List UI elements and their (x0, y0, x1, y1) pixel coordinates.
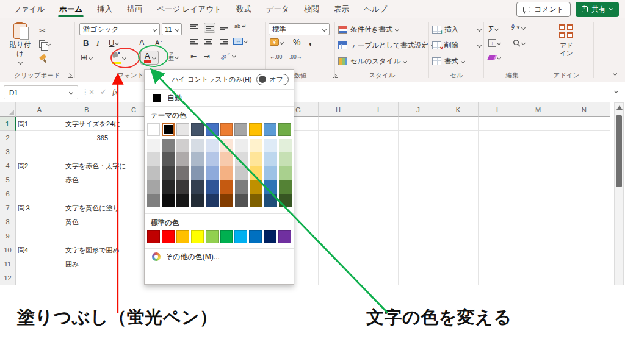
cell-N1[interactable] (558, 117, 610, 131)
variant-swatch-1-8[interactable] (264, 152, 277, 166)
cell-I4[interactable] (358, 159, 399, 173)
theme-color-swatch-7[interactable] (249, 123, 262, 136)
vertical-scrollbar[interactable] (614, 102, 624, 285)
cell-J8[interactable] (399, 215, 438, 229)
menu-tab-1[interactable]: ホーム (52, 0, 90, 18)
menu-tab-5[interactable]: 数式 (229, 0, 259, 18)
cell-L8[interactable] (479, 215, 518, 229)
theme-color-swatch-2[interactable] (176, 123, 189, 136)
autosum-button[interactable]: Σ (488, 24, 498, 34)
cell-A4[interactable]: 問2 (16, 159, 63, 173)
variant-swatch-4-4[interactable] (206, 194, 219, 207)
cell-B5[interactable]: 赤色 (63, 173, 110, 187)
variant-swatch-1-0[interactable] (147, 152, 160, 166)
cell-N2[interactable] (558, 131, 610, 145)
bold-button[interactable]: B (83, 38, 89, 48)
row-header-6[interactable]: 6 (0, 187, 16, 201)
cell-K4[interactable] (438, 159, 479, 173)
theme-color-swatch-0[interactable] (147, 123, 160, 136)
cell-N6[interactable] (558, 187, 610, 201)
cell-I7[interactable] (358, 201, 399, 215)
cell-I9[interactable] (358, 229, 399, 243)
variant-swatch-1-9[interactable] (279, 152, 292, 166)
variant-swatch-2-7[interactable] (250, 166, 262, 180)
row-header-4[interactable]: 4 (0, 159, 16, 173)
cell-M11[interactable] (518, 257, 558, 271)
variant-swatch-0-5[interactable] (220, 139, 233, 152)
menu-tab-8[interactable]: 表示 (327, 0, 356, 18)
variant-swatch-4-1[interactable] (162, 194, 175, 207)
borders-button[interactable]: ⊞ (81, 53, 92, 62)
cell-K9[interactable] (438, 229, 479, 243)
variant-swatch-3-5[interactable] (220, 180, 233, 193)
font-size-select[interactable]: 11 (162, 23, 182, 35)
cell-M6[interactable] (518, 187, 558, 201)
cell-N10[interactable] (558, 243, 610, 257)
percent-style-button[interactable]: % (293, 37, 300, 47)
cell-A3[interactable] (16, 145, 63, 159)
orientation-button[interactable]: ab→ (220, 52, 236, 59)
cell-L7[interactable] (479, 201, 518, 215)
cell-A12[interactable] (16, 271, 63, 285)
align-right-button[interactable] (220, 38, 228, 45)
variant-swatch-3-7[interactable] (250, 180, 262, 193)
cell-M1[interactable] (518, 117, 558, 131)
cancel-entry-button[interactable]: × (89, 87, 94, 97)
menu-tab-3[interactable]: 描画 (120, 0, 150, 18)
cell-J12[interactable] (399, 271, 438, 285)
row-header-3[interactable]: 3 (0, 145, 16, 159)
variant-swatch-3-9[interactable] (279, 180, 292, 193)
cell-H10[interactable] (319, 243, 358, 257)
cell-K10[interactable] (438, 243, 479, 257)
cell-N7[interactable] (558, 201, 610, 215)
variant-swatch-4-3[interactable] (191, 194, 204, 207)
cell-N12[interactable] (558, 271, 610, 285)
cell-M2[interactable] (518, 131, 558, 145)
standard-color-swatch-0[interactable] (147, 230, 160, 243)
row-header-11[interactable]: 11 (0, 257, 16, 271)
cell-B11[interactable]: 囲み (63, 257, 110, 271)
increase-indent-button[interactable]: ⇥ (204, 52, 210, 60)
cell-H4[interactable] (319, 159, 358, 173)
cell-M5[interactable] (518, 173, 558, 187)
cell-K1[interactable] (438, 117, 479, 131)
cell-M7[interactable] (518, 201, 558, 215)
cell-H7[interactable] (319, 201, 358, 215)
cell-K5[interactable] (438, 173, 479, 187)
format-as-table-button[interactable]: テーブルとして書式設定 (338, 41, 435, 50)
increase-decimal-button[interactable]: ←.00 (270, 54, 282, 60)
row-header-12[interactable]: 12 (0, 271, 16, 285)
expand-formula-bar-icon[interactable] (614, 89, 618, 93)
variant-swatch-4-8[interactable] (264, 194, 277, 207)
cell-M9[interactable] (518, 229, 558, 243)
variant-swatch-0-0[interactable] (147, 139, 160, 152)
cell-K2[interactable] (438, 131, 479, 145)
find-select-button[interactable] (513, 39, 525, 47)
cell-K11[interactable] (438, 257, 479, 271)
standard-color-swatch-3[interactable] (191, 230, 204, 243)
cell-H2[interactable] (319, 131, 358, 145)
cell-J7[interactable] (399, 201, 438, 215)
row-header-5[interactable]: 5 (0, 173, 16, 187)
cell-I10[interactable] (358, 243, 399, 257)
variant-swatch-2-6[interactable] (235, 166, 248, 180)
cell-L11[interactable] (479, 257, 518, 271)
cell-K3[interactable] (438, 145, 479, 159)
row-header-10[interactable]: 10 (0, 243, 16, 257)
confirm-entry-button[interactable]: ✓ (100, 87, 107, 96)
cell-N9[interactable] (558, 229, 610, 243)
merge-center-button[interactable]: ↔ (233, 38, 247, 45)
select-all-corner[interactable] (0, 102, 16, 117)
format-painter-button[interactable] (39, 55, 47, 63)
variant-swatch-2-2[interactable] (176, 166, 189, 180)
phonetic-guide-button[interactable]: ア亜 (168, 52, 178, 62)
cell-A2[interactable] (16, 131, 63, 145)
variant-swatch-0-4[interactable] (206, 139, 219, 152)
cell-B9[interactable] (63, 229, 110, 243)
row-header-9[interactable]: 9 (0, 229, 16, 243)
collapse-ribbon-button[interactable] (613, 70, 616, 77)
comment-button[interactable]: コメント (516, 2, 571, 17)
variant-swatch-2-5[interactable] (220, 166, 233, 180)
theme-color-swatch-1[interactable] (162, 123, 175, 136)
cell-N11[interactable] (558, 257, 610, 271)
